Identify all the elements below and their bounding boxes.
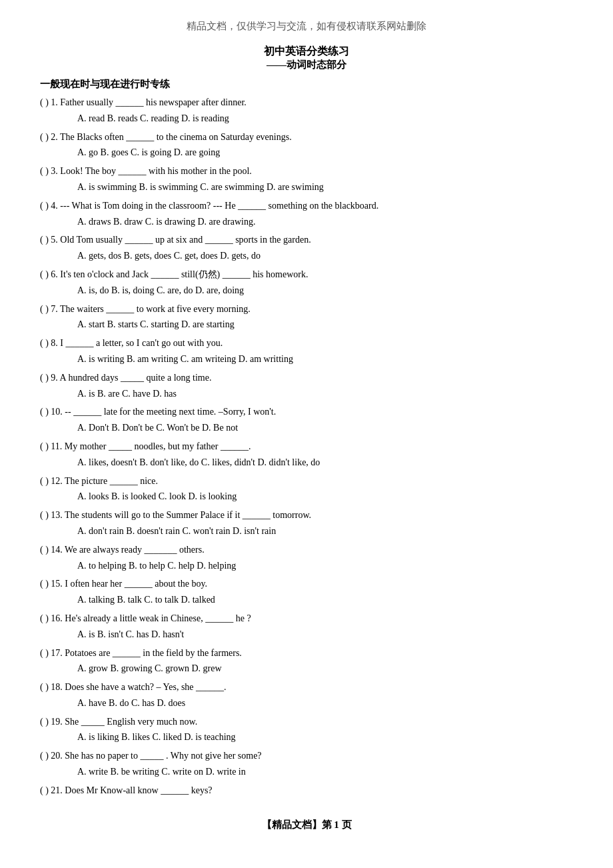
options-line: A. draws B. draw C. is drawing D. are dr… xyxy=(40,214,573,230)
question-text: ( ) 12. The picture ______ nice. xyxy=(40,473,573,489)
options-line: A. start B. starts C. starting D. are st… xyxy=(40,317,573,333)
title-main: 初中英语分类练习 xyxy=(40,45,573,59)
question-line: ( ) 1. Father usually ______ his newspap… xyxy=(40,95,573,111)
options-line: A. have B. do C. has D. does xyxy=(40,695,573,711)
options-line: A. Don't B. Don't be C. Won't be D. Be n… xyxy=(40,420,573,436)
question-block: ( ) 15. I often hear her ______ about th… xyxy=(40,576,573,608)
question-block: ( ) 16. He's already a little weak in Ch… xyxy=(40,611,573,643)
question-line: ( ) 20. She has no paper to _____ . Why … xyxy=(40,748,573,764)
question-block: ( ) 20. She has no paper to _____ . Why … xyxy=(40,748,573,780)
question-line: ( ) 15. I often hear her ______ about th… xyxy=(40,576,573,592)
question-line: ( ) 9. A hundred days _____ quite a long… xyxy=(40,370,573,386)
question-line: ( ) 11. My mother _____ noodles, but my … xyxy=(40,439,573,455)
question-block: ( ) 6. It's ten o'clock and Jack ______ … xyxy=(40,267,573,299)
question-text: ( ) 1. Father usually ______ his newspap… xyxy=(40,95,573,111)
question-block: ( ) 3. Look! The boy ______ with his mot… xyxy=(40,163,573,195)
question-line: ( ) 5. Old Tom usually ______ up at six … xyxy=(40,232,573,248)
question-line: ( ) 17. Potatoes are ______ in the field… xyxy=(40,645,573,661)
question-block: ( ) 19. She _____ English very much now.… xyxy=(40,714,573,746)
question-text: ( ) 11. My mother _____ noodles, but my … xyxy=(40,439,573,455)
options-line: A. is swimming B. is swimming C. are swi… xyxy=(40,179,573,195)
options-line: A. is B. isn't C. has D. hasn't xyxy=(40,627,573,643)
question-line: ( ) 19. She _____ English very much now. xyxy=(40,714,573,730)
options-line: A. gets, dos B. gets, does C. get, does … xyxy=(40,248,573,264)
question-line: ( ) 7. The waiters ______ to work at fiv… xyxy=(40,301,573,317)
options-line: A. grow B. growing C. grown D. grew xyxy=(40,661,573,677)
question-text: ( ) 6. It's ten o'clock and Jack ______ … xyxy=(40,267,573,283)
question-block: ( ) 7. The waiters ______ to work at fiv… xyxy=(40,301,573,333)
question-line: ( ) 18. Does she have a watch? – Yes, sh… xyxy=(40,679,573,695)
question-text: ( ) 18. Does she have a watch? – Yes, sh… xyxy=(40,679,573,695)
question-text: ( ) 8. I ______ a letter, so I can't go … xyxy=(40,335,573,351)
question-line: ( ) 6. It's ten o'clock and Jack ______ … xyxy=(40,267,573,283)
question-text: ( ) 13. The students will go to the Summ… xyxy=(40,507,573,523)
question-text: ( ) 21. Does Mr Know-all know ______ key… xyxy=(40,783,573,799)
question-block: ( ) 11. My mother _____ noodles, but my … xyxy=(40,439,573,471)
title-sub: ——动词时态部分 xyxy=(40,59,573,71)
options-line: A. likes, doesn't B. don't like, do C. l… xyxy=(40,455,573,471)
question-block: ( ) 18. Does she have a watch? – Yes, sh… xyxy=(40,679,573,711)
watermark: 精品文档，仅供学习与交流，如有侵权请联系网站删除 xyxy=(40,20,573,33)
options-line: A. is writing B. am writing C. am writei… xyxy=(40,351,573,367)
question-line: ( ) 8. I ______ a letter, so I can't go … xyxy=(40,335,573,351)
question-block: ( ) 2. The Blacks often ______ to the ci… xyxy=(40,129,573,161)
question-text: ( ) 7. The waiters ______ to work at fiv… xyxy=(40,301,573,317)
question-block: ( ) 12. The picture ______ nice.A. looks… xyxy=(40,473,573,505)
question-block: ( ) 14. We are always ready _______ othe… xyxy=(40,542,573,574)
options-line: A. write B. be writing C. write on D. wr… xyxy=(40,764,573,780)
question-line: ( ) 21. Does Mr Know-all know ______ key… xyxy=(40,783,573,799)
question-block: ( ) 1. Father usually ______ his newspap… xyxy=(40,95,573,127)
question-text: ( ) 9. A hundred days _____ quite a long… xyxy=(40,370,573,386)
question-block: ( ) 21. Does Mr Know-all know ______ key… xyxy=(40,783,573,799)
question-line: ( ) 2. The Blacks often ______ to the ci… xyxy=(40,129,573,145)
question-block: ( ) 9. A hundred days _____ quite a long… xyxy=(40,370,573,402)
options-line: A. is B. are C. have D. has xyxy=(40,386,573,402)
question-block: ( ) 13. The students will go to the Summ… xyxy=(40,507,573,539)
question-text: ( ) 3. Look! The boy ______ with his mot… xyxy=(40,163,573,179)
question-text: ( ) 14. We are always ready _______ othe… xyxy=(40,542,573,558)
question-text: ( ) 15. I often hear her ______ about th… xyxy=(40,576,573,592)
question-line: ( ) 12. The picture ______ nice. xyxy=(40,473,573,489)
question-text: ( ) 17. Potatoes are ______ in the field… xyxy=(40,645,573,661)
footer: 【精品文档】第 1 页 xyxy=(40,819,573,831)
options-line: A. don't rain B. doesn't rain C. won't r… xyxy=(40,523,573,539)
options-line: A. to helping B. to help C. help D. help… xyxy=(40,558,573,574)
question-text: ( ) 5. Old Tom usually ______ up at six … xyxy=(40,232,573,248)
question-block: ( ) 10. -- ______ late for the meeting n… xyxy=(40,404,573,436)
question-line: ( ) 16. He's already a little weak in Ch… xyxy=(40,611,573,627)
options-line: A. is liking B. likes C. liked D. is tea… xyxy=(40,729,573,745)
question-line: ( ) 10. -- ______ late for the meeting n… xyxy=(40,404,573,420)
options-line: A. looks B. is looked C. look D. is look… xyxy=(40,489,573,505)
question-line: ( ) 3. Look! The boy ______ with his mot… xyxy=(40,163,573,179)
options-line: A. is, do B. is, doing C. are, do D. are… xyxy=(40,283,573,299)
question-text: ( ) 19. She _____ English very much now. xyxy=(40,714,573,730)
question-block: ( ) 5. Old Tom usually ______ up at six … xyxy=(40,232,573,264)
options-line: A. talking B. talk C. to talk D. talked xyxy=(40,592,573,608)
question-text: ( ) 2. The Blacks often ______ to the ci… xyxy=(40,129,573,145)
options-line: A. read B. reads C. reading D. is readin… xyxy=(40,111,573,127)
section-title: 一般现在时与现在进行时专练 xyxy=(40,78,573,91)
options-line: A. go B. goes C. is going D. are going xyxy=(40,145,573,161)
question-text: ( ) 10. -- ______ late for the meeting n… xyxy=(40,404,573,420)
question-block: ( ) 17. Potatoes are ______ in the field… xyxy=(40,645,573,677)
question-line: ( ) 13. The students will go to the Summ… xyxy=(40,507,573,523)
question-text: ( ) 20. She has no paper to _____ . Why … xyxy=(40,748,573,764)
question-text: ( ) 4. --- What is Tom doing in the clas… xyxy=(40,198,573,214)
question-block: ( ) 4. --- What is Tom doing in the clas… xyxy=(40,198,573,230)
question-line: ( ) 14. We are always ready _______ othe… xyxy=(40,542,573,558)
question-text: ( ) 16. He's already a little weak in Ch… xyxy=(40,611,573,627)
question-block: ( ) 8. I ______ a letter, so I can't go … xyxy=(40,335,573,367)
question-line: ( ) 4. --- What is Tom doing in the clas… xyxy=(40,198,573,214)
